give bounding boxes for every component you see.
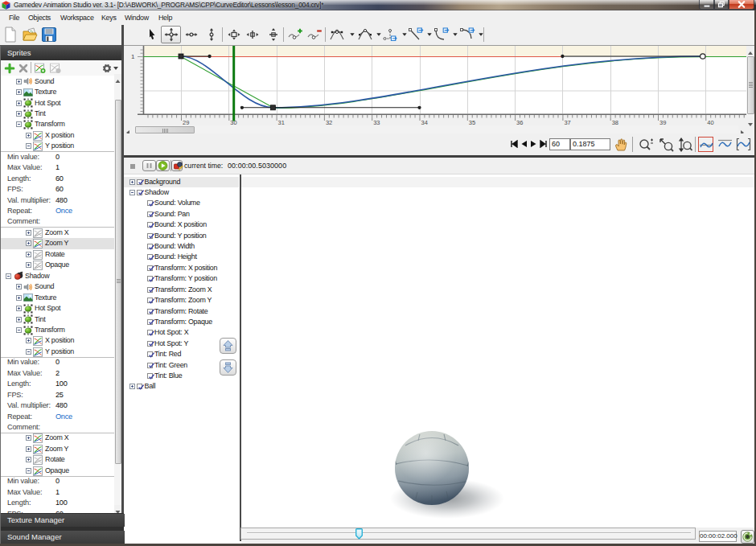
track-row-bound-y-position[interactable]: Bound: Y position	[124, 231, 239, 241]
fit-above-button[interactable]	[717, 137, 733, 152]
curve-editor-horizontal-scrollbar[interactable]	[124, 125, 746, 133]
tree-item-rotate[interactable]: Rotate	[1, 249, 115, 260]
tool-segment-linear[interactable]	[407, 26, 425, 43]
menu-window[interactable]: Window	[125, 10, 149, 25]
tree-item-x-position[interactable]: X position	[1, 130, 115, 141]
tree-item-zoom-x[interactable]: Zoom X	[1, 228, 115, 238]
move-track-down-button[interactable]	[220, 359, 236, 376]
track-checkbox[interactable]	[147, 244, 153, 249]
timeline-slider-thumb[interactable]	[355, 528, 363, 540]
collapse-icon[interactable]	[26, 143, 31, 149]
expand-icon[interactable]	[26, 446, 31, 452]
sidebar-scrollbar[interactable]	[114, 74, 121, 513]
settings-dropdown-button[interactable]	[113, 61, 119, 75]
track-checkbox[interactable]	[137, 179, 142, 185]
track-checkbox[interactable]	[147, 341, 153, 347]
collapse-icon[interactable]	[16, 327, 22, 333]
track-checkbox[interactable]	[147, 254, 153, 260]
expand-icon[interactable]	[26, 435, 31, 441]
fit-window-button[interactable]	[736, 137, 751, 152]
key-point[interactable]	[179, 54, 183, 59]
track-checkbox[interactable]	[147, 233, 153, 239]
menu-workspace[interactable]: Workspace	[60, 10, 94, 25]
tool-move[interactable]	[161, 26, 181, 43]
menu-help[interactable]: Help	[158, 10, 172, 25]
expand-icon[interactable]	[16, 295, 22, 301]
zoom-vertical-button[interactable]	[678, 138, 692, 152]
menu-objects[interactable]: Objects	[28, 10, 51, 25]
track-checkbox[interactable]	[147, 309, 153, 314]
scroll-down-button[interactable]	[746, 117, 754, 125]
track-row-bound-height[interactable]: Bound: Height	[124, 252, 239, 262]
curve-editor-vertical-scrollbar[interactable]	[746, 46, 754, 125]
panel-header-sound-manager[interactable]: Sound Manager	[1, 531, 125, 544]
track-row-transform-y-position[interactable]: Transform: Y position	[124, 273, 239, 284]
track-checkbox[interactable]	[147, 351, 153, 357]
tool-scale-box[interactable]	[227, 26, 241, 43]
track-checkbox[interactable]	[147, 298, 153, 303]
tool-select[interactable]	[146, 26, 158, 43]
time-cursor[interactable]	[232, 46, 235, 121]
expand-icon[interactable]	[26, 240, 31, 246]
zoom-region-button[interactable]	[659, 138, 675, 152]
track-checkbox[interactable]	[147, 287, 153, 293]
tool-tangent-peak[interactable]	[328, 26, 346, 43]
track-row-ball[interactable]: Ball	[124, 381, 239, 392]
menu-file[interactable]: File	[9, 10, 19, 25]
tree-item-texture[interactable]: Texture	[1, 293, 115, 303]
track-checkbox[interactable]	[137, 190, 142, 195]
track-checkbox[interactable]	[147, 330, 153, 335]
settings-gear-button[interactable]	[101, 61, 112, 75]
expand-icon[interactable]	[16, 79, 22, 84]
property-value[interactable]: Once	[55, 206, 72, 216]
track-row-shadow[interactable]: Shadow	[124, 187, 239, 198]
tool-add-key[interactable]	[287, 26, 303, 43]
scroll-up-button[interactable]	[114, 74, 121, 82]
track-checkbox[interactable]	[147, 222, 153, 228]
scrollbar-thumb[interactable]	[115, 100, 121, 464]
tree-item-y-position[interactable]: Y position	[1, 141, 115, 151]
collapse-icon[interactable]	[6, 273, 11, 279]
tree-item-rotate[interactable]: Rotate	[1, 454, 115, 465]
track-row-background[interactable]: Background	[124, 177, 239, 187]
loop-button[interactable]	[741, 530, 754, 544]
tool-scale-vertical[interactable]	[267, 26, 280, 43]
tree-item-hot-spot[interactable]: Hot Spot	[1, 303, 115, 314]
next-key-button[interactable]	[530, 140, 537, 148]
frame-number-input[interactable]: 60	[549, 138, 570, 150]
tool-move-horizontal[interactable]	[184, 26, 199, 43]
scroll-right-button[interactable]	[738, 125, 746, 133]
tree-item-sound[interactable]: Sound	[1, 281, 115, 292]
expand-icon[interactable]	[26, 338, 31, 343]
expand-icon[interactable]	[26, 252, 31, 257]
pan-hand-button[interactable]	[614, 138, 628, 152]
play-button[interactable]	[156, 160, 170, 171]
tree-item-tint[interactable]: Tint	[1, 314, 115, 325]
maximize-button[interactable]	[714, 0, 729, 10]
tree-item-zoom-y[interactable]: Zoom Y	[1, 238, 115, 248]
tool-delete-key[interactable]	[306, 26, 323, 43]
fit-curve-button[interactable]	[698, 137, 713, 152]
collapse-icon[interactable]	[26, 468, 31, 474]
tree-item-transform[interactable]: Transform	[1, 119, 115, 129]
scrollbar-thumb[interactable]	[135, 126, 195, 133]
track-row-hot-spot-x[interactable]: Hot Spot: X	[124, 327, 239, 338]
tool-tangent-apex[interactable]	[356, 26, 374, 43]
prev-key-button[interactable]	[520, 140, 528, 148]
track-row-bound-width[interactable]: Bound: Width	[124, 241, 239, 252]
expand-icon[interactable]	[129, 384, 135, 389]
tree-item-shadow[interactable]: Shadow	[1, 271, 115, 281]
expand-icon[interactable]	[129, 179, 135, 185]
curve-editor-canvas[interactable]: 1293031323334353637383940	[124, 46, 746, 125]
track-row-sound-volume[interactable]: Sound: Volume	[124, 198, 239, 208]
property-value[interactable]: Once	[55, 412, 72, 422]
track-checkbox[interactable]	[147, 276, 153, 281]
expand-icon[interactable]	[26, 457, 31, 462]
minimize-button[interactable]	[699, 0, 714, 10]
panel-header-texture-manager[interactable]: Texture Manager	[1, 514, 125, 527]
tree-item-zoom-y[interactable]: Zoom Y	[1, 444, 115, 454]
track-checkbox[interactable]	[147, 211, 153, 217]
track-row-transform-rotate[interactable]: Transform: Rotate	[124, 306, 239, 317]
tool-open-file[interactable]	[21, 26, 39, 43]
track-checkbox[interactable]	[147, 265, 153, 271]
